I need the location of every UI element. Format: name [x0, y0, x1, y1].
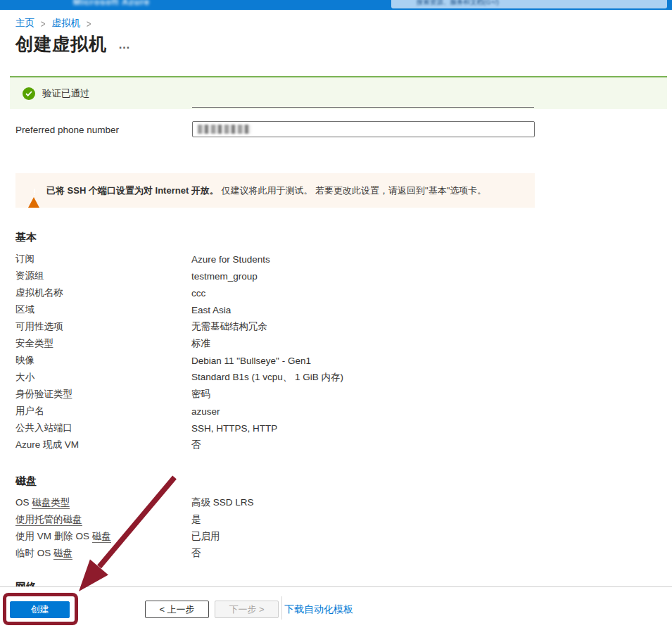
section-title-basics: 基本 — [15, 231, 37, 244]
ssh-warning-text: 已将 SSH 个端口设置为对 Internet 开放。 仅建议将此用于测试。 若… — [46, 184, 486, 197]
global-search-placeholder: 搜索资源、服务和文档(G+/) — [391, 0, 499, 8]
footer-divider — [281, 596, 282, 620]
check-circle-icon — [23, 87, 35, 100]
footer-bar: 创建 < 上一步 下一步 > 下载自动化模板 — [0, 586, 672, 628]
chevron-right-icon: > — [87, 18, 91, 30]
redacted-phone-value — [198, 125, 251, 134]
row-value: 高级 SSD LRS — [191, 496, 254, 509]
row-label: 资源组 — [15, 270, 191, 282]
validation-success-text: 验证已通过 — [42, 87, 90, 100]
summary-row: 订阅Azure for Students — [15, 251, 536, 268]
row-value: 否 — [191, 439, 201, 451]
azure-logo[interactable]: Microsoft Azure — [73, 0, 150, 7]
row-value: 无需基础结构冗余 — [191, 320, 267, 333]
phone-number-label: Preferred phone number — [15, 125, 119, 135]
row-value: testmem_group — [191, 271, 258, 282]
summary-row: 身份验证类型密码 — [15, 386, 536, 403]
row-value: 密码 — [191, 388, 210, 401]
row-value: 否 — [191, 547, 201, 560]
chevron-right-icon: > — [41, 18, 45, 30]
row-label: 大小 — [15, 371, 191, 384]
row-value: Azure for Students — [191, 254, 270, 265]
row-label: Azure 现成 VM — [15, 439, 191, 451]
row-value: Debian 11 "Bullseye" - Gen1 — [191, 356, 311, 366]
summary-row: 公共入站端口SSH, HTTPS, HTTP — [15, 420, 536, 437]
download-template-link[interactable]: 下载自动化模板 — [284, 603, 353, 616]
row-label: 可用性选项 — [15, 320, 191, 333]
row-label-tooltip-term[interactable]: 磁盘 — [53, 548, 72, 560]
validation-success-banner: 验证已通过 — [10, 76, 667, 109]
row-label: 映像 — [15, 354, 191, 367]
row-label: 临时 OS 磁盘 — [15, 547, 191, 560]
row-value: SSH, HTTPS, HTTP — [191, 423, 277, 434]
row-label: 虚拟机名称 — [15, 287, 191, 299]
row-label: 订阅 — [15, 253, 191, 265]
row-value: azuser — [191, 406, 220, 417]
create-button[interactable]: 创建 — [10, 601, 70, 618]
basics-summary-rows: 订阅Azure for Students资源组testmem_group虚拟机名… — [15, 251, 536, 453]
warning-triangle-icon — [28, 185, 40, 196]
disks-summary-rows: OS 磁盘类型高级 SSD LRS使用托管的磁盘是使用 VM 删除 OS 磁盘已… — [15, 494, 536, 562]
title-row: 创建虚拟机 … — [15, 32, 131, 56]
summary-row: OS 磁盘类型高级 SSD LRS — [15, 494, 536, 511]
summary-row: 用户名azuser — [15, 403, 536, 420]
row-label: 使用 VM 删除 OS 磁盘 — [15, 530, 191, 543]
ssh-warning-rest: 仅建议将此用于测试。 若要更改此设置，请返回到"基本"选项卡。 — [221, 185, 486, 196]
next-step-button-disabled: 下一步 > — [215, 601, 279, 618]
row-label: OS 磁盘类型 — [15, 496, 191, 509]
summary-row: 使用 VM 删除 OS 磁盘已启用 — [15, 528, 536, 545]
section-title-network-clipped: 网络 — [15, 577, 37, 586]
phone-number-field[interactable] — [192, 121, 535, 137]
summary-row: Azure 现成 VM否 — [15, 437, 536, 453]
clipped-input-border — [192, 107, 534, 108]
ssh-warning-banner: 已将 SSH 个端口设置为对 Internet 开放。 仅建议将此用于测试。 若… — [15, 173, 535, 208]
more-actions-icon[interactable]: … — [118, 38, 131, 52]
azure-top-bar: Microsoft Azure 搜索资源、服务和文档(G+/) — [0, 0, 672, 10]
row-value: 是 — [191, 513, 201, 526]
breadcrumb-vm-link[interactable]: 虚拟机 — [51, 17, 80, 30]
row-label: 安全类型 — [15, 337, 191, 350]
row-value: East Asia — [191, 305, 231, 315]
summary-row: 安全类型标准 — [15, 335, 536, 352]
summary-row: 区域East Asia — [15, 301, 536, 318]
summary-row: 映像Debian 11 "Bullseye" - Gen1 — [15, 352, 536, 369]
row-value: Standard B1s (1 vcpu、 1 GiB 内存) — [191, 371, 343, 384]
summary-row: 资源组testmem_group — [15, 268, 536, 284]
row-label: 区域 — [15, 303, 191, 316]
summary-row: 虚拟机名称ccc — [15, 284, 536, 301]
breadcrumb-home-link[interactable]: 主页 — [15, 17, 34, 30]
section-title-disks: 磁盘 — [15, 475, 37, 488]
create-vm-review-page: Microsoft Azure 搜索资源、服务和文档(G+/) 主页 > 虚拟机… — [0, 0, 672, 628]
page-title: 创建虚拟机 — [15, 32, 107, 56]
global-search-input[interactable]: 搜索资源、服务和文档(G+/) — [391, 0, 667, 8]
row-label: 使用托管的磁盘 — [15, 513, 191, 526]
row-label: 用户名 — [15, 405, 191, 417]
row-label: 公共入站端口 — [15, 422, 191, 434]
summary-row: 使用托管的磁盘是 — [15, 511, 536, 528]
row-label-tooltip-term[interactable]: 使用托管的磁盘 — [15, 514, 82, 526]
breadcrumb: 主页 > 虚拟机 > — [15, 17, 91, 30]
summary-row: 临时 OS 磁盘否 — [15, 545, 536, 562]
row-label: 身份验证类型 — [15, 388, 191, 401]
previous-step-button[interactable]: < 上一步 — [145, 601, 209, 618]
row-label-tooltip-term[interactable]: 磁盘类型 — [32, 497, 70, 509]
ssh-warning-bold: 已将 SSH 个端口设置为对 Internet 开放。 — [46, 185, 219, 196]
summary-row: 可用性选项无需基础结构冗余 — [15, 318, 536, 335]
row-value: ccc — [191, 288, 205, 299]
row-value: 标准 — [191, 337, 210, 350]
row-label-tooltip-term[interactable]: 磁盘 — [92, 531, 111, 543]
summary-row: 大小Standard B1s (1 vcpu、 1 GiB 内存) — [15, 369, 536, 386]
row-value: 已启用 — [191, 530, 220, 543]
